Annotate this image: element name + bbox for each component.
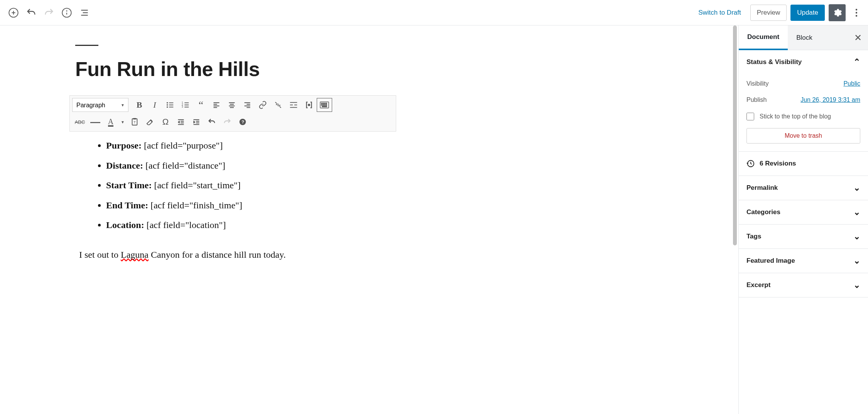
shortcode-icon bbox=[305, 101, 313, 109]
bullet-list-button[interactable] bbox=[162, 98, 178, 112]
redo-icon bbox=[223, 118, 231, 126]
featured-header[interactable]: Featured Image ⌄ bbox=[739, 249, 868, 273]
numbered-list-icon: 123 bbox=[181, 101, 190, 109]
scrollbar-thumb[interactable] bbox=[733, 25, 737, 245]
permalink-header[interactable]: Permalink ⌄ bbox=[739, 176, 868, 200]
insert-more-button[interactable] bbox=[286, 98, 301, 112]
svg-rect-50 bbox=[324, 105, 325, 105]
excerpt-header[interactable]: Excerpt ⌄ bbox=[739, 273, 868, 297]
bold-button[interactable]: B bbox=[132, 98, 147, 112]
list-item[interactable]: Purpose: [acf field="purpose"] bbox=[106, 139, 395, 152]
list-item[interactable]: Location: [acf field="location"] bbox=[106, 219, 395, 232]
quote-icon: “ bbox=[199, 102, 203, 108]
list-item[interactable]: Start Time: [acf field="start_time"] bbox=[106, 179, 395, 192]
tab-document[interactable]: Document bbox=[739, 25, 788, 50]
svg-rect-23 bbox=[184, 107, 189, 108]
link-button[interactable] bbox=[255, 98, 270, 112]
horizontal-rule-button[interactable]: — bbox=[88, 115, 103, 129]
readmore-icon bbox=[289, 101, 298, 109]
add-block-button[interactable] bbox=[5, 4, 22, 22]
svg-rect-54 bbox=[133, 118, 136, 120]
align-right-icon bbox=[243, 101, 251, 109]
content-paragraph[interactable]: I set out to Laguna Canyon for a distanc… bbox=[79, 247, 395, 262]
italic-icon: I bbox=[153, 100, 156, 110]
switch-to-draft-button[interactable]: Switch to Draft bbox=[693, 6, 746, 20]
list-item[interactable]: End Time: [acf field="finish_time"] bbox=[106, 199, 395, 212]
align-center-button[interactable] bbox=[224, 98, 240, 112]
list-item[interactable]: Distance: [acf field="distance"] bbox=[106, 159, 395, 172]
status-panel-header[interactable]: Status & Visibility ⌃ bbox=[739, 50, 868, 74]
status-visibility-panel: Status & Visibility ⌃ Visibility Public … bbox=[739, 50, 868, 152]
post-title[interactable]: Fun Run in the Hills bbox=[75, 57, 399, 81]
info-icon bbox=[61, 7, 72, 18]
svg-rect-48 bbox=[321, 105, 322, 105]
tags-panel: Tags ⌄ bbox=[739, 225, 868, 249]
outdent-button[interactable] bbox=[173, 115, 189, 129]
redo-button[interactable] bbox=[40, 4, 58, 22]
svg-text:T: T bbox=[133, 120, 136, 124]
revisions-row[interactable]: 6 Revisions bbox=[739, 152, 868, 176]
chevron-down-icon: ⌄ bbox=[853, 207, 860, 217]
more-options-button[interactable] bbox=[849, 4, 863, 21]
publish-value[interactable]: Jun 26, 2019 3:31 am bbox=[800, 96, 860, 103]
editor-area: Fun Run in the Hills Paragraph B I 12 bbox=[0, 25, 738, 414]
title-divider bbox=[75, 45, 98, 46]
undo-icon bbox=[208, 118, 216, 126]
close-sidebar-button[interactable]: ✕ bbox=[850, 30, 866, 46]
svg-rect-41 bbox=[290, 107, 297, 108]
tab-block[interactable]: Block bbox=[788, 25, 821, 50]
text-color-button[interactable]: A bbox=[103, 115, 118, 129]
align-right-button[interactable] bbox=[240, 98, 255, 112]
insert-shortcode-button[interactable] bbox=[301, 98, 317, 112]
preview-button[interactable]: Preview bbox=[750, 5, 787, 21]
undo-icon bbox=[26, 7, 37, 18]
undo-button[interactable] bbox=[22, 4, 40, 22]
publish-label: Publish bbox=[746, 96, 767, 103]
numbered-list-button[interactable]: 123 bbox=[178, 98, 193, 112]
svg-point-16 bbox=[167, 106, 168, 108]
paste-text-button[interactable]: T bbox=[127, 115, 142, 129]
bold-icon: B bbox=[137, 100, 142, 110]
redo-editor-button[interactable] bbox=[220, 115, 235, 129]
clear-formatting-button[interactable] bbox=[142, 115, 158, 129]
align-left-button[interactable] bbox=[209, 98, 224, 112]
move-to-trash-button[interactable]: Move to trash bbox=[746, 128, 860, 144]
svg-rect-49 bbox=[323, 105, 324, 105]
link-icon bbox=[258, 101, 267, 109]
eraser-icon bbox=[146, 118, 154, 126]
unlink-button[interactable] bbox=[270, 98, 286, 112]
svg-point-42 bbox=[308, 104, 310, 106]
visibility-value[interactable]: Public bbox=[843, 80, 860, 87]
kebab-icon bbox=[855, 8, 858, 17]
info-button[interactable] bbox=[58, 4, 76, 22]
help-button[interactable]: ? bbox=[235, 115, 250, 129]
plus-circle-icon bbox=[8, 7, 19, 18]
update-button[interactable]: Update bbox=[790, 5, 825, 21]
categories-header[interactable]: Categories ⌄ bbox=[739, 200, 868, 224]
tags-header[interactable]: Tags ⌄ bbox=[739, 225, 868, 248]
text-color-dropdown[interactable]: ▼ bbox=[118, 115, 127, 129]
toolbar-toggle-button[interactable] bbox=[317, 98, 332, 112]
stick-checkbox[interactable] bbox=[746, 113, 754, 120]
special-char-button[interactable]: Ω bbox=[158, 115, 173, 129]
strikethrough-button[interactable]: ABC bbox=[72, 115, 88, 129]
blockquote-button[interactable]: “ bbox=[193, 98, 209, 112]
categories-panel: Categories ⌄ bbox=[739, 200, 868, 225]
svg-point-14 bbox=[167, 104, 168, 106]
spell-error[interactable]: Laguna bbox=[121, 250, 149, 260]
list-icon bbox=[79, 8, 90, 18]
main-layout: Fun Run in the Hills Paragraph B I 12 bbox=[0, 25, 868, 414]
history-icon bbox=[746, 159, 755, 168]
stick-checkbox-row[interactable]: Stick to the top of the blog bbox=[746, 108, 860, 128]
format-select[interactable]: Paragraph bbox=[72, 98, 128, 112]
content-body[interactable]: Purpose: [acf field="purpose"] Distance:… bbox=[75, 132, 399, 270]
block-navigation-button[interactable] bbox=[76, 4, 93, 22]
italic-button[interactable]: I bbox=[147, 98, 162, 112]
settings-toggle-button[interactable] bbox=[829, 4, 846, 21]
svg-rect-39 bbox=[290, 105, 293, 105]
classic-editor-toolbar: Paragraph B I 123 “ bbox=[69, 95, 396, 132]
svg-line-36 bbox=[275, 102, 277, 104]
undo-editor-button[interactable] bbox=[204, 115, 220, 129]
toolbar-row-1: Paragraph B I 123 “ bbox=[71, 96, 395, 113]
indent-button[interactable] bbox=[189, 115, 204, 129]
